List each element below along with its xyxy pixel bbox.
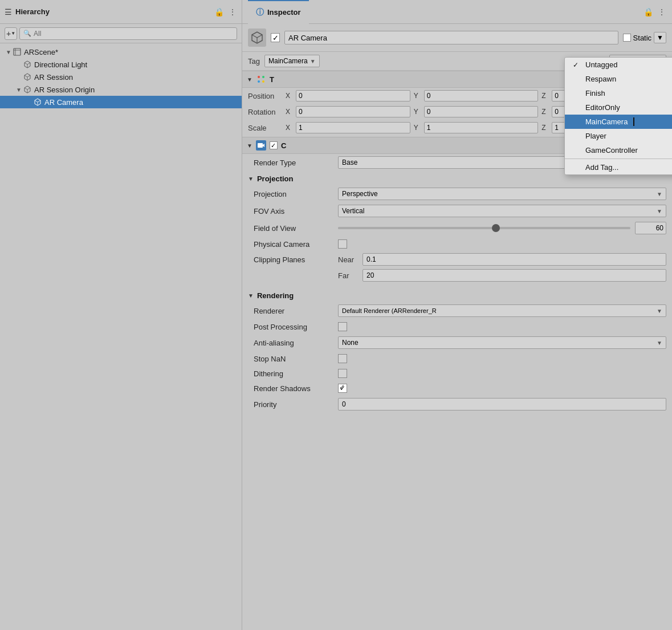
near-value-input[interactable]: [363, 253, 666, 266]
priority-row: Priority: [242, 396, 672, 413]
projection-dropdown[interactable]: Perspective ▼: [338, 188, 666, 200]
tree-arrow-arso[interactable]: ▼: [15, 87, 23, 93]
rendering-collapse-arrow[interactable]: ▼: [248, 292, 254, 299]
render-shadows-row: Render Shadows ✓: [242, 381, 672, 396]
hierarchy-header-icons: 🔒 ⋮: [214, 7, 237, 17]
clipping-far-row: Clipping Planes Far: [242, 267, 672, 283]
tag-option-gamecontroller[interactable]: GameController: [565, 143, 672, 157]
scale-x-label: X: [286, 124, 292, 132]
fov-slider-track[interactable]: [338, 227, 630, 229]
stop-nan-label: Stop NaN: [254, 355, 333, 363]
hierarchy-search-bar: + ▼ 🔍 All: [0, 24, 242, 43]
svg-point-4: [262, 76, 264, 78]
fov-axis-row: FOV Axis Vertical ▼: [242, 202, 672, 220]
renderer-row: Renderer Default Renderer (ARRenderer_R …: [242, 302, 672, 319]
physical-camera-row: Physical Camera: [242, 237, 672, 251]
anti-aliasing-row: Anti-aliasing None ▼: [242, 334, 672, 351]
fov-axis-value: Vertical ▼: [338, 205, 666, 217]
transform-icon: [256, 74, 266, 84]
physical-camera-label: Physical Camera: [254, 240, 333, 249]
renderer-label: Renderer: [254, 307, 333, 315]
maincamera-label: MainCamera: [585, 117, 628, 126]
fov-value-input[interactable]: [635, 222, 666, 234]
far-value-input[interactable]: [363, 269, 666, 282]
fov-axis-arrow: ▼: [657, 208, 662, 214]
anti-aliasing-dropdown[interactable]: None ▼: [338, 336, 666, 349]
fov-axis-dropdown[interactable]: Vertical ▼: [338, 205, 666, 217]
add-tag-label: Add Tag...: [585, 163, 618, 172]
rotation-x-input[interactable]: [296, 106, 410, 117]
dithering-checkbox[interactable]: [338, 369, 347, 378]
search-input-container[interactable]: 🔍 All: [19, 27, 237, 40]
rotation-x-label: X: [286, 108, 292, 116]
physical-camera-checkbox[interactable]: [338, 239, 347, 249]
renderer-text: Default Renderer (ARRenderer_R: [342, 307, 437, 314]
tag-option-player[interactable]: Player: [565, 129, 672, 143]
position-label: Position: [248, 92, 282, 100]
projection-value: Perspective ▼: [338, 188, 666, 200]
svg-point-3: [258, 76, 260, 78]
clipping-near-row: Clipping Planes Near: [242, 251, 672, 267]
editoronly-label: EditorOnly: [585, 103, 620, 112]
gameobject-name-input[interactable]: [284, 31, 618, 44]
tag-option-untagged[interactable]: ✓ Untagged: [565, 58, 672, 72]
tag-option-add-tag[interactable]: Add Tag...: [565, 160, 672, 174]
scale-x-input[interactable]: [296, 122, 410, 133]
position-x-input[interactable]: [296, 90, 410, 101]
camera-enabled-checkbox[interactable]: ✓: [270, 141, 278, 149]
tag-option-editoronly[interactable]: EditorOnly: [565, 100, 672, 115]
far-label: Far: [338, 271, 358, 280]
position-z-label: Z: [541, 92, 548, 100]
add-object-button[interactable]: + ▼: [5, 27, 17, 40]
position-y-input[interactable]: [424, 90, 539, 101]
projection-subsection-title: Projection: [257, 174, 294, 183]
renderer-dropdown[interactable]: Default Renderer (ARRenderer_R ▼: [338, 304, 666, 317]
inspector-more-icon[interactable]: ⋮: [657, 7, 666, 17]
tree-item-ar-session-origin[interactable]: ▼ AR Session Origin: [0, 83, 242, 96]
cursor-indicator: [633, 117, 634, 126]
tree-item-ar-session[interactable]: ▶ AR Session: [0, 71, 242, 83]
transform-collapse-arrow[interactable]: ▼: [247, 76, 252, 83]
static-checkbox[interactable]: [623, 34, 631, 42]
fov-label: Field of View: [254, 224, 333, 233]
anti-aliasing-arrow: ▼: [657, 340, 662, 346]
more-options-icon[interactable]: ⋮: [228, 7, 237, 17]
scale-y-label: Y: [414, 124, 421, 132]
projection-row: Projection Perspective ▼: [242, 185, 672, 202]
tree-item-ar-camera[interactable]: ▶ AR Camera: [0, 96, 242, 108]
tree-item-directional-light[interactable]: ▶ Directional Light: [0, 58, 242, 71]
dropdown-divider: [565, 158, 672, 159]
gameobject-enabled-checkbox[interactable]: ✓: [271, 33, 280, 42]
render-shadows-checkbox[interactable]: ✓: [338, 384, 347, 393]
static-dropdown-button[interactable]: ▼: [654, 32, 666, 43]
scale-label: Scale: [248, 124, 282, 132]
tree-arrow-arscene[interactable]: ▼: [5, 49, 13, 55]
renderer-value: Default Renderer (ARRenderer_R ▼: [338, 304, 666, 317]
hamburger-icon[interactable]: ☰: [5, 7, 12, 17]
cube-icon-dl: [23, 60, 32, 69]
svg-point-6: [262, 80, 264, 83]
rotation-y-input[interactable]: [424, 106, 539, 117]
dl-label: Directional Light: [34, 60, 87, 69]
tag-option-respawn[interactable]: Respawn: [565, 72, 672, 86]
inspector-lock-icon[interactable]: 🔒: [644, 7, 653, 17]
fov-slider-thumb[interactable]: [492, 224, 500, 232]
dithering-row: Dithering: [242, 366, 672, 381]
projection-collapse-arrow[interactable]: ▼: [248, 176, 254, 182]
stop-nan-checkbox[interactable]: [338, 354, 347, 363]
post-processing-checkbox[interactable]: [338, 322, 347, 331]
priority-input[interactable]: [338, 398, 666, 410]
tag-option-finish[interactable]: Finish: [565, 86, 672, 100]
rotation-y-label: Y: [414, 108, 421, 116]
ars-label: AR Session: [34, 73, 73, 82]
lock-icon[interactable]: 🔒: [214, 7, 223, 17]
tree-item-arscene[interactable]: ▼ ARScene* ⋮: [0, 46, 242, 58]
cube-icon-arso: [23, 85, 32, 94]
inspector-tab[interactable]: ⓘ Inspector: [248, 0, 309, 24]
tag-dropdown-button[interactable]: MainCamera ▼: [264, 55, 320, 67]
scale-y-input[interactable]: [424, 122, 539, 133]
projection-arrow: ▼: [657, 191, 662, 197]
camera-collapse-arrow[interactable]: ▼: [247, 143, 252, 149]
priority-value: [338, 398, 666, 410]
tag-option-maincamera[interactable]: MainCamera: [565, 115, 672, 129]
